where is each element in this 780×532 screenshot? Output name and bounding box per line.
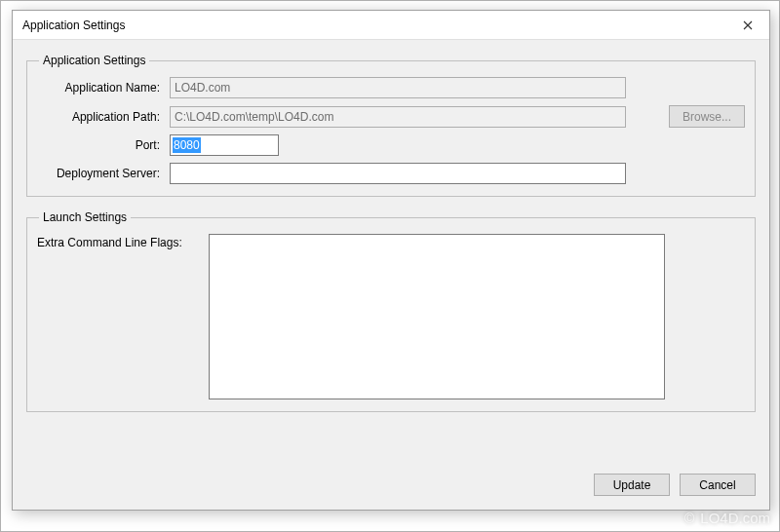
cancel-button[interactable]: Cancel — [680, 474, 756, 496]
app-path-row: Application Path: Browse... — [37, 105, 745, 128]
application-settings-group: Application Settings Application Name: A… — [26, 54, 756, 197]
deployment-server-label: Deployment Server: — [37, 167, 164, 180]
dialog-body: Application Settings Application Name: A… — [13, 40, 769, 470]
app-name-row: Application Name: — [37, 77, 745, 98]
application-settings-dialog: Application Settings Application Setting… — [12, 10, 770, 511]
update-button[interactable]: Update — [594, 474, 670, 496]
launch-settings-group: Launch Settings Extra Command Line Flags… — [26, 210, 756, 412]
dialog-footer: Update Cancel — [13, 470, 769, 510]
port-input[interactable] — [170, 134, 279, 156]
close-icon — [743, 20, 753, 30]
app-path-label: Application Path: — [37, 110, 164, 124]
deployment-server-row: Deployment Server: — [37, 163, 745, 184]
close-button[interactable] — [726, 11, 769, 40]
deployment-server-input[interactable] — [170, 163, 626, 184]
browse-button[interactable]: Browse... — [669, 105, 745, 128]
app-name-label: Application Name: — [37, 81, 164, 95]
launch-settings-legend: Launch Settings — [39, 210, 131, 224]
extra-flags-row: Extra Command Line Flags: — [37, 234, 745, 399]
application-settings-legend: Application Settings — [39, 54, 149, 67]
extra-flags-label: Extra Command Line Flags: — [37, 234, 203, 249]
app-path-input — [170, 106, 626, 128]
extra-flags-textarea[interactable] — [209, 234, 665, 399]
window-title: Application Settings — [22, 19, 726, 32]
port-row: Port: 8080 — [37, 134, 745, 156]
titlebar: Application Settings — [13, 11, 769, 40]
port-label: Port: — [37, 138, 164, 152]
app-name-input — [170, 77, 626, 98]
